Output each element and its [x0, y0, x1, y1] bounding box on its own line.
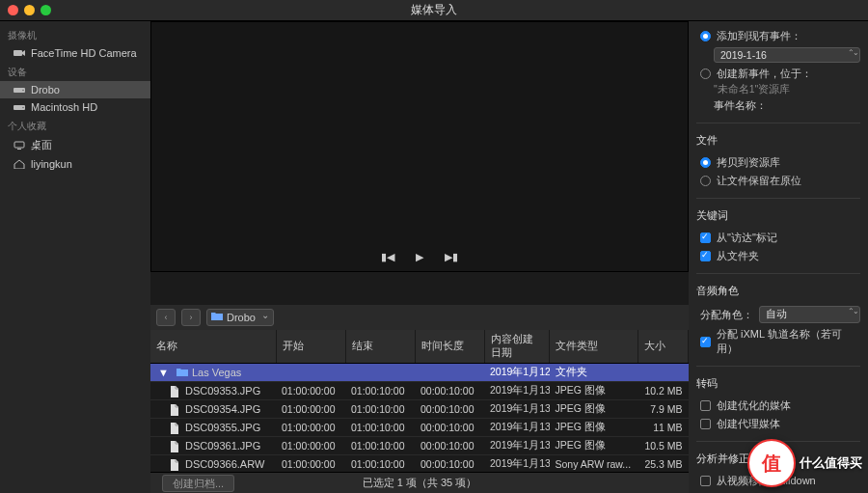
table-row-folder[interactable]: ▼Las Vegas2019年1月12日 下午4:01:50文件夹 — [150, 364, 689, 382]
close-button[interactable] — [8, 5, 18, 15]
sidebar-item-label: Macintosh HD — [31, 101, 97, 113]
svg-rect-6 — [17, 149, 21, 150]
column-header[interactable]: 结束 — [345, 330, 415, 364]
keywords-folder-check[interactable]: 从文件夹 — [696, 247, 860, 265]
desktop-icon — [14, 140, 25, 151]
home-icon — [14, 158, 25, 170]
event-name-label: 事件名称： — [714, 98, 767, 113]
add-to-existing-event-radio[interactable]: 添加到现有事件： — [696, 27, 860, 45]
sidebar-item[interactable]: 桌面 — [0, 135, 150, 155]
location-label: Drobo — [227, 312, 256, 323]
svg-rect-0 — [14, 50, 22, 56]
files-section-title: 文件 — [696, 133, 860, 148]
path-bar: ‹ › Drobo — [150, 305, 689, 330]
optimized-media-check[interactable]: 创建优化的媒体 — [696, 397, 860, 415]
column-header[interactable]: 大小 — [638, 330, 689, 364]
assign-role-select[interactable]: 自动 — [759, 306, 860, 323]
sidebar-group-header: 摄像机 — [0, 25, 150, 44]
center-pane: ▮◀ ▶ ▶▮ ‹ › Drobo 名称开始结束时间长度内容创建日期文件类型大小… — [150, 21, 689, 493]
keywords-finder-check[interactable]: 从"访达"标记 — [696, 229, 860, 247]
column-header[interactable]: 开始 — [276, 330, 345, 364]
file-icon — [170, 441, 181, 451]
file-icon — [170, 404, 181, 414]
keywords-section-title: 关键词 — [696, 208, 860, 223]
disclosure-triangle-icon[interactable]: ▼ — [158, 367, 169, 378]
file-icon — [170, 423, 181, 432]
watermark-text: 什么值得买 — [800, 454, 862, 472]
sidebar-item[interactable]: liyingkun — [0, 155, 150, 173]
watermark-badge: 值 — [747, 439, 796, 487]
create-archive-button[interactable]: 创建归档... — [162, 475, 234, 492]
leave-in-place-radio[interactable]: 让文件保留在原位 — [696, 172, 860, 190]
folder-icon — [176, 368, 188, 377]
sidebar-item[interactable]: Macintosh HD — [0, 98, 150, 116]
svg-point-2 — [22, 90, 24, 92]
sidebar-item-label: Drobo — [31, 84, 60, 96]
titlebar: 媒体导入 — [0, 0, 868, 21]
existing-event-select[interactable]: 2019-1-16 — [714, 47, 860, 63]
table-row[interactable]: DSC09355.JPG01:00:00:0001:00:10:0000:00:… — [150, 419, 689, 437]
selection-status: 已选定 1 项（共 35 项） — [363, 476, 477, 490]
window-title: 媒体导入 — [411, 2, 457, 18]
nav-forward-button[interactable]: › — [181, 309, 201, 326]
nav-back-button[interactable]: ‹ — [156, 309, 176, 326]
zoom-button[interactable] — [41, 5, 51, 15]
play-button[interactable]: ▶ — [416, 251, 423, 263]
sidebar-item-label: 桌面 — [31, 138, 52, 152]
sidebar-item[interactable]: Drobo — [0, 81, 150, 98]
audio-section-title: 音频角色 — [696, 284, 860, 298]
sidebar-item[interactable]: FaceTime HD Camera — [0, 44, 150, 62]
camera-icon — [14, 47, 25, 59]
minimize-button[interactable] — [24, 5, 35, 15]
table-row[interactable]: DSC09361.JPG01:00:00:0001:00:10:0000:00:… — [150, 437, 689, 455]
location-dropdown[interactable]: Drobo — [206, 309, 274, 326]
source-sidebar: 摄像机FaceTime HD Camera设备DroboMacintosh HD… — [0, 21, 150, 493]
svg-rect-5 — [14, 142, 24, 148]
folder-icon — [211, 312, 223, 321]
footer-bar: 创建归档... 已选定 1 项（共 35 项） — [150, 472, 689, 493]
column-header[interactable]: 文件类型 — [550, 330, 638, 364]
prev-clip-button[interactable]: ▮◀ — [381, 251, 394, 263]
proxy-media-check[interactable]: 创建代理媒体 — [696, 415, 860, 433]
table-row[interactable]: DSC09354.JPG01:00:00:0001:00:10:0000:00:… — [150, 400, 689, 419]
import-options-panel: 添加到现有事件： 2019-1-16 创建新事件，位于： "未命名1"资源库 事… — [689, 21, 868, 493]
preview-area: ▮◀ ▶ ▶▮ — [150, 21, 689, 272]
file-table[interactable]: 名称开始结束时间长度内容创建日期文件类型大小 ▼Las Vegas2019年1月… — [150, 330, 689, 472]
create-new-event-radio[interactable]: 创建新事件，位于： — [696, 65, 860, 83]
new-event-library-label: "未命名1"资源库 — [696, 83, 860, 96]
watermark: 值 什么值得买 — [747, 439, 862, 487]
svg-point-4 — [22, 107, 24, 109]
column-header[interactable]: 时间长度 — [415, 330, 484, 364]
sidebar-group-header: 个人收藏 — [0, 116, 150, 135]
copy-to-library-radio[interactable]: 拷贝到资源库 — [696, 153, 860, 172]
column-header[interactable]: 内容创建日期 — [484, 330, 550, 364]
sidebar-group-header: 设备 — [0, 62, 150, 81]
next-clip-button[interactable]: ▶▮ — [445, 251, 458, 263]
drive-icon — [14, 101, 25, 113]
sidebar-item-label: FaceTime HD Camera — [31, 47, 137, 59]
table-row[interactable]: DSC09366.ARW01:00:00:0001:00:10:0000:00:… — [150, 455, 689, 473]
assign-role-label: 分配角色： — [700, 308, 753, 322]
ixml-check[interactable]: 分配 iXML 轨道名称（若可用） — [696, 325, 860, 358]
file-icon — [170, 386, 181, 396]
file-icon — [170, 459, 181, 469]
table-row[interactable]: DSC09353.JPG01:00:00:0001:00:10:0000:00:… — [150, 382, 689, 400]
sidebar-item-label: liyingkun — [31, 158, 72, 170]
transcode-section-title: 转码 — [696, 376, 860, 391]
drive-icon — [14, 84, 25, 96]
column-header[interactable]: 名称 — [150, 330, 276, 364]
